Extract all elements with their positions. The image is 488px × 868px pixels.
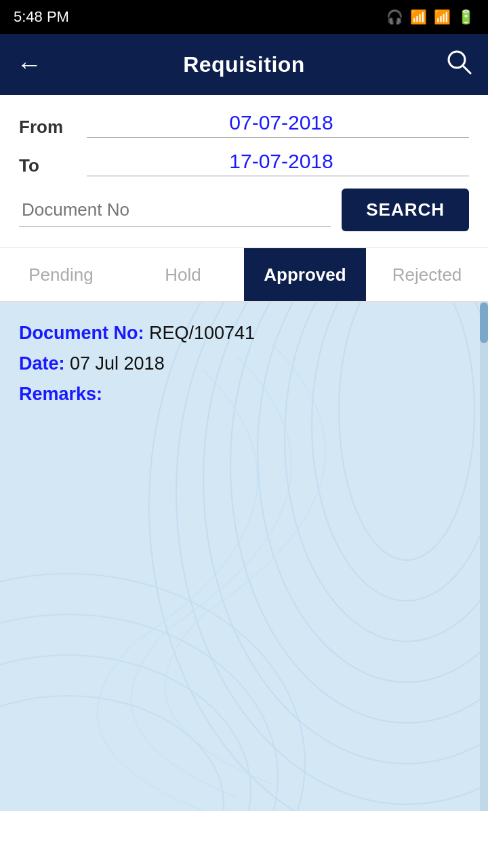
app-header: ← Requisition — [0, 34, 488, 95]
from-row: From 07-07-2018 — [19, 111, 469, 138]
time: 5:48 PM — [14, 8, 69, 26]
page-title: Requisition — [183, 52, 305, 77]
scrollbar[interactable] — [480, 302, 488, 811]
tab-bar: Pending Hold Approved Rejected — [0, 248, 488, 302]
battery-icon: 🔋 — [458, 9, 474, 25]
filter-form: From 07-07-2018 To 17-07-2018 SEARCH — [0, 95, 488, 248]
search-row: SEARCH — [19, 189, 469, 231]
tab-hold[interactable]: Hold — [122, 248, 244, 301]
doc-remarks-label: Remarks: — [19, 384, 102, 404]
scrollbar-thumb[interactable] — [480, 302, 488, 343]
doc-number-line: Document No: REQ/100741 — [19, 323, 469, 344]
document-card: Document No: REQ/100741 Date: 07 Jul 201… — [0, 302, 488, 428]
from-value[interactable]: 07-07-2018 — [87, 111, 469, 138]
status-icons: 🎧 📶 📶 🔋 — [386, 9, 474, 25]
doc-number-value: REQ/100741 — [149, 323, 255, 343]
to-row: To 17-07-2018 — [19, 150, 469, 176]
signal-icon: 📶 — [434, 9, 451, 25]
back-button[interactable]: ← — [16, 52, 42, 77]
doc-date-label: Date: — [19, 353, 65, 374]
headphone-icon: 🎧 — [386, 9, 403, 25]
doc-remarks-line: Remarks: — [19, 384, 469, 405]
tab-approved[interactable]: Approved — [244, 248, 366, 301]
doc-date-value: 07 Jul 2018 — [70, 353, 165, 374]
content-area: Document No: REQ/100741 Date: 07 Jul 201… — [0, 302, 488, 811]
doc-date-line: Date: 07 Jul 2018 — [19, 353, 469, 374]
search-icon[interactable] — [446, 49, 472, 80]
document-no-input[interactable] — [19, 194, 331, 226]
to-label: To — [19, 155, 87, 176]
search-button[interactable]: SEARCH — [342, 189, 469, 231]
doc-number-label: Document No: — [19, 323, 144, 343]
tab-rejected[interactable]: Rejected — [366, 248, 488, 301]
svg-line-1 — [463, 66, 470, 73]
from-label: From — [19, 117, 87, 138]
status-bar: 5:48 PM 🎧 📶 📶 🔋 — [0, 0, 488, 34]
wifi-icon: 📶 — [410, 9, 427, 25]
tab-pending[interactable]: Pending — [0, 248, 122, 301]
to-value[interactable]: 17-07-2018 — [87, 150, 469, 176]
